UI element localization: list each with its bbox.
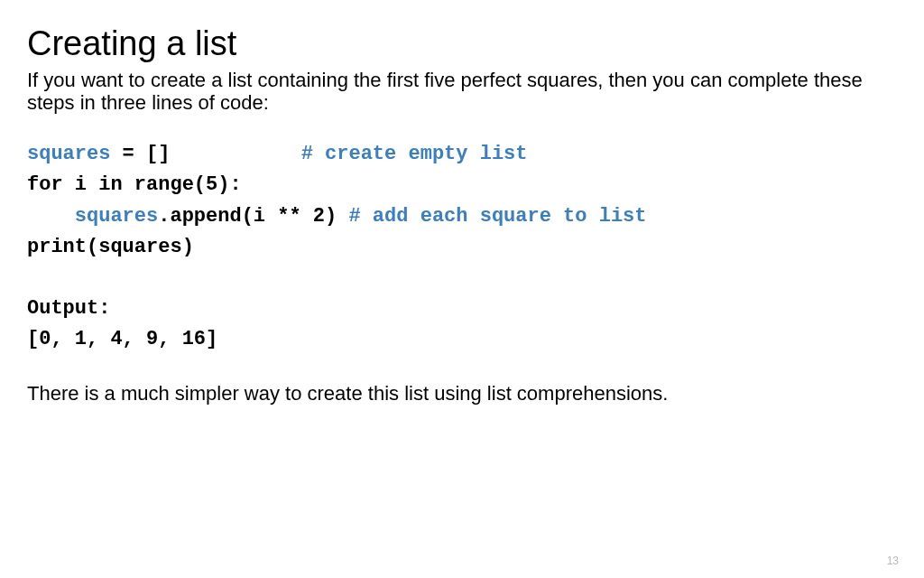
slide: Creating a list If you want to create a … [0, 0, 924, 578]
code-l1-assign: = [] [110, 143, 300, 165]
code-var-squares: squares [27, 143, 110, 165]
slide-title: Creating a list [27, 25, 897, 63]
output-block: Output: [0, 1, 4, 9, 16] [27, 294, 897, 355]
code-l4: print(squares) [27, 236, 194, 258]
page-number: 13 [887, 555, 899, 567]
code-block: squares = [] # create empty list for i i… [27, 139, 897, 262]
code-l3-comment: # add each square to list [348, 205, 646, 228]
closing-paragraph: There is a much simpler way to create th… [27, 382, 897, 406]
code-l1-comment: # create empty list [301, 143, 528, 165]
code-l2: for i in range(5): [27, 173, 242, 196]
output-label: Output: [27, 297, 110, 320]
code-l3-append: .append(i ** 2) [158, 205, 348, 228]
code-l3-indent [27, 205, 75, 228]
intro-paragraph: If you want to create a list containing … [27, 69, 897, 115]
code-l3-var: squares [75, 205, 158, 228]
output-value: [0, 1, 4, 9, 16] [27, 328, 217, 350]
